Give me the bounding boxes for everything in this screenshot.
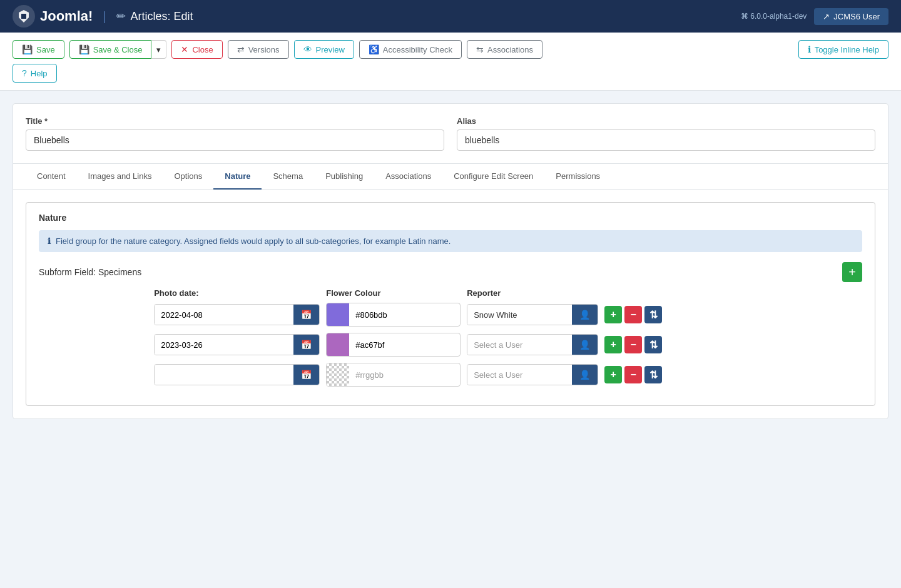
save-close-dropdown[interactable]: ▾ <box>151 40 166 59</box>
date-field-2: 📅 <box>154 334 320 355</box>
alias-label: Alias <box>457 116 875 126</box>
associations-button[interactable]: ⇆ Associations <box>467 40 542 59</box>
subform-label: Subform Field: Specimens <box>39 262 141 277</box>
tabs-bar: Content Images and Links Options Nature … <box>13 163 888 190</box>
jcms-user-label: JCMS6 User <box>833 12 880 21</box>
color-swatch-1 <box>327 303 349 326</box>
row-remove-button-2[interactable]: − <box>624 336 642 353</box>
row-move-button-2[interactable]: ⇅ <box>644 336 662 353</box>
calendar-button-2[interactable]: 📅 <box>293 335 319 355</box>
user-input-1[interactable] <box>467 305 572 325</box>
tab-options[interactable]: Options <box>163 164 213 190</box>
date-input-2[interactable] <box>155 335 293 355</box>
calendar-button-1[interactable]: 📅 <box>293 305 319 325</box>
top-bar-left: Joomla! | ✏ Articles: Edit <box>13 5 193 28</box>
tab-content[interactable]: Content <box>26 164 77 190</box>
joomla-logo: Joomla! <box>13 5 93 28</box>
row-remove-button-3[interactable]: − <box>624 366 642 383</box>
info-banner: ℹ Field group for the nature category. A… <box>39 230 862 252</box>
row-remove-button-1[interactable]: − <box>624 306 642 323</box>
toggle-inline-help-button[interactable]: ℹ Toggle Inline Help <box>798 40 888 59</box>
row-add-button-3[interactable]: + <box>604 366 622 383</box>
calendar-button-3[interactable]: 📅 <box>293 365 319 385</box>
date-field-1: 📅 <box>154 304 320 325</box>
color-input-1[interactable] <box>349 305 460 325</box>
subform-right: + Photo date: Flower Colour Reporter 📅 <box>154 262 862 393</box>
versions-icon: ⇄ <box>237 44 245 54</box>
logo-text: Joomla! <box>40 8 93 24</box>
date-input-3[interactable] <box>155 365 293 385</box>
save-close-group: 💾 Save & Close ▾ <box>69 40 167 59</box>
user-field-2: 👤 <box>467 334 598 355</box>
user-input-2[interactable] <box>467 335 572 355</box>
accessibility-icon: ♿ <box>369 44 379 54</box>
help-button[interactable]: ? Help <box>13 64 57 83</box>
color-swatch-2 <box>327 333 349 356</box>
close-button[interactable]: ✕ Close <box>171 40 222 59</box>
color-swatch-3 <box>327 363 349 386</box>
alias-input[interactable] <box>457 129 875 151</box>
col-header-flower-colour: Flower Colour <box>326 288 461 298</box>
save-close-button[interactable]: 💾 Save & Close <box>69 40 152 59</box>
external-link-icon: ↗ <box>823 12 830 21</box>
user-select-button-3[interactable]: 👤 <box>572 365 598 385</box>
toolbar: 💾 Save 💾 Save & Close ▾ ✕ Close ⇄ Versio… <box>0 33 901 91</box>
preview-button[interactable]: 👁 Preview <box>294 40 354 59</box>
color-input-3[interactable] <box>349 365 460 385</box>
nature-section: Nature ℹ Field group for the nature cate… <box>26 202 875 406</box>
color-field-3 <box>326 363 461 387</box>
tab-configure[interactable]: Configure Edit Screen <box>442 164 544 190</box>
row-add-button-1[interactable]: + <box>604 306 622 323</box>
col-header-photo-date: Photo date: <box>154 288 320 298</box>
toolbar-second-row: ? Help <box>13 64 888 83</box>
save-button[interactable]: 💾 Save <box>13 40 64 59</box>
title-group: Title * <box>26 116 444 151</box>
close-icon: ✕ <box>181 44 188 54</box>
tab-permissions[interactable]: Permissions <box>544 164 611 190</box>
top-bar-right: ⌘ 6.0.0-alpha1-dev ↗ JCMS6 User <box>741 8 888 25</box>
row-move-button-3[interactable]: ⇅ <box>644 366 662 383</box>
preview-icon: 👁 <box>303 44 312 54</box>
save-icon: 💾 <box>22 44 33 54</box>
tab-images[interactable]: Images and Links <box>77 164 163 190</box>
date-input-1[interactable] <box>155 305 293 325</box>
tab-nature[interactable]: Nature <box>213 164 262 190</box>
version-text: ⌘ 6.0.0-alpha1-dev <box>741 12 807 21</box>
tab-schema[interactable]: Schema <box>262 164 314 190</box>
title-alias-row: Title * Alias <box>26 116 875 151</box>
subform-layout: Subform Field: Specimens + Photo date: F… <box>39 262 862 393</box>
subform-headers-row: Photo date: Flower Colour Reporter <box>154 288 862 298</box>
user-input-3[interactable] <box>467 365 572 385</box>
help-icon: ? <box>22 68 27 78</box>
row-actions-1: + − ⇅ <box>604 306 862 323</box>
user-field-3: 👤 <box>467 364 598 385</box>
subform-row-3: 📅 👤 + − ⇅ <box>154 363 862 387</box>
versions-button[interactable]: ⇄ Versions <box>228 40 289 59</box>
add-row-button[interactable]: + <box>842 262 862 282</box>
row-add-button-2[interactable]: + <box>604 336 622 353</box>
add-row-wrap: + <box>154 262 862 282</box>
main-card: Title * Alias Content Images and Links O… <box>13 103 888 419</box>
associations-icon: ⇆ <box>476 44 484 54</box>
content-area: Title * Alias Content Images and Links O… <box>0 91 901 432</box>
subform-row-1: 📅 👤 + − ⇅ <box>154 303 862 327</box>
info-text: Field group for the nature category. Ass… <box>56 236 450 246</box>
row-actions-2: + − ⇅ <box>604 336 862 353</box>
nature-legend: Nature <box>39 213 862 223</box>
color-field-2 <box>326 333 461 357</box>
title-label: Title * <box>26 116 444 126</box>
color-input-2[interactable] <box>349 335 460 355</box>
jcms-user-button[interactable]: ↗ JCMS6 User <box>814 8 888 25</box>
tab-publishing[interactable]: Publishing <box>314 164 374 190</box>
user-select-button-1[interactable]: 👤 <box>572 305 598 325</box>
col-header-reporter: Reporter <box>467 288 598 298</box>
page-title: ✏ Articles: Edit <box>116 9 193 23</box>
tab-associations[interactable]: Associations <box>374 164 442 190</box>
user-select-button-2[interactable]: 👤 <box>572 335 598 355</box>
accessibility-button[interactable]: ♿ Accessibility Check <box>359 40 462 59</box>
form-fields: Title * Alias <box>13 104 888 151</box>
row-move-button-1[interactable]: ⇅ <box>644 306 662 323</box>
title-input[interactable] <box>26 129 444 151</box>
info-icon: ℹ <box>48 236 51 246</box>
color-field-1 <box>326 303 461 327</box>
